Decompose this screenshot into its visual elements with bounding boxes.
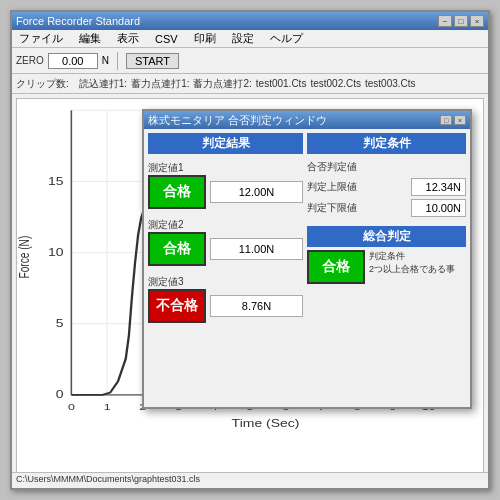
overall-badge: 合格 [307,250,365,284]
measurement-1-group: 測定値1 合格 12.00N [148,161,303,209]
zero-value: 0.00 [48,53,98,69]
svg-text:Force (N): Force (N) [17,236,33,279]
start-button[interactable]: START [126,53,179,69]
svg-text:10: 10 [48,247,64,259]
overall-title: 総合判定 [307,226,466,247]
upper-limit-value: 12.34N [411,178,466,196]
menu-bar: ファイル 編集 表示 CSV 印刷 設定 ヘルプ [12,30,488,48]
lower-limit-value: 10.00N [411,199,466,217]
measurement-2-group: 測定値2 合格 11.00N [148,218,303,266]
menu-edit[interactable]: 編集 [76,31,104,46]
title-bar-buttons: − □ × [438,15,484,27]
judgment-dialog: 株式モニタリア 合否判定ウィンドウ □ × 判定結果 測定値1 合格 [142,109,472,409]
svg-text:0: 0 [56,389,64,401]
result-badge-1: 合格 [148,175,206,209]
status-bar: C:\Users\MMMM\Documents\graphtest031.cls [12,472,488,488]
toolbar: ZERO 0.00 N START [12,48,488,74]
result-value-2: 11.00N [210,238,303,260]
menu-csv[interactable]: CSV [152,33,181,45]
separator-1 [117,52,118,70]
title-bar: Force Recorder Standard − □ × [12,12,488,30]
measurement-2-label: 測定値2 [148,218,303,232]
dialog-close-button[interactable]: × [454,115,466,125]
overall-note: 判定条件2つ以上合格である事 [369,250,455,275]
path-item-5: test002.Cts [310,78,361,89]
path-item-2: 蓄力点連打1: [131,77,189,91]
menu-settings[interactable]: 設定 [229,31,257,46]
overall-row: 合格 判定条件2つ以上合格である事 [307,250,466,284]
svg-text:1: 1 [104,401,111,411]
measurement-3-group: 測定値3 不合格 8.76N [148,275,303,323]
minimize-button[interactable]: − [438,15,452,27]
app-window: Force Recorder Standard − □ × ファイル 編集 表示… [10,10,490,490]
measurement-3-label: 測定値3 [148,275,303,289]
upper-limit-label: 判定上限値 [307,180,357,194]
result-value-3: 8.76N [210,295,303,317]
path-item-6: test003.Cts [365,78,416,89]
measurement-3-row: 不合格 8.76N [148,289,303,323]
result-panel-title: 判定結果 [148,133,303,154]
path-item-4: test001.Cts [256,78,307,89]
lower-limit-label: 判定下限値 [307,201,357,215]
svg-text:0: 0 [68,401,75,411]
svg-text:Time (Sec): Time (Sec) [232,417,300,429]
result-value-1: 12.00N [210,181,303,203]
result-panel: 判定結果 測定値1 合格 12.00N 測定値2 合格 [148,133,303,403]
zero-label: ZERO [16,55,44,66]
svg-text:15: 15 [48,176,64,188]
dialog-title: 株式モニタリア 合否判定ウィンドウ [148,113,327,128]
measurement-1-label: 測定値1 [148,161,303,175]
zero-group: ZERO 0.00 N [16,53,109,69]
dialog-title-buttons: □ × [440,115,466,125]
unit-label: N [102,55,109,66]
overall-panel: 総合判定 合格 判定条件2つ以上合格である事 [307,226,466,284]
dialog-minimize-button[interactable]: □ [440,115,452,125]
condition-panel: 判定条件 合否判定値 判定上限値 12.34N 判定下限値 10.00N [307,133,466,403]
condition-panel-title: 判定条件 [307,133,466,154]
condition-sub-area: 合否判定値 判定上限値 12.34N 判定下限値 10.00N [307,157,466,219]
dialog-title-bar: 株式モニタリア 合否判定ウィンドウ □ × [144,111,470,129]
measurement-2-row: 合格 11.00N [148,232,303,266]
status-text: C:\Users\MMMM\Documents\graphtest031.cls [16,474,200,484]
menu-print[interactable]: 印刷 [191,31,219,46]
path-item-1: クリップ数: 読込連打1: [16,77,127,91]
condition-rows: 判定上限値 12.34N 判定下限値 10.00N [307,178,466,217]
condition-row-upper: 判定上限値 12.34N [307,178,466,196]
result-badge-2: 合格 [148,232,206,266]
result-badge-3: 不合格 [148,289,206,323]
path-item-3: 蓄力点連打2: [193,77,251,91]
dialog-body: 判定結果 測定値1 合格 12.00N 測定値2 合格 [144,129,470,407]
condition-row-lower: 判定下限値 10.00N [307,199,466,217]
measurement-1-row: 合格 12.00N [148,175,303,209]
menu-file[interactable]: ファイル [16,31,66,46]
close-button[interactable]: × [470,15,484,27]
svg-text:5: 5 [56,318,64,330]
menu-help[interactable]: ヘルプ [267,31,306,46]
maximize-button[interactable]: □ [454,15,468,27]
app-title: Force Recorder Standard [16,15,140,27]
path-bar: クリップ数: 読込連打1: 蓄力点連打1: 蓄力点連打2: test001.Ct… [12,74,488,94]
main-content: 0 5 10 15 Force (N) 0 1 2 3 4 5 6 7 8 9 … [12,94,488,488]
menu-view[interactable]: 表示 [114,31,142,46]
condition-sub-title: 合否判定値 [307,159,466,175]
